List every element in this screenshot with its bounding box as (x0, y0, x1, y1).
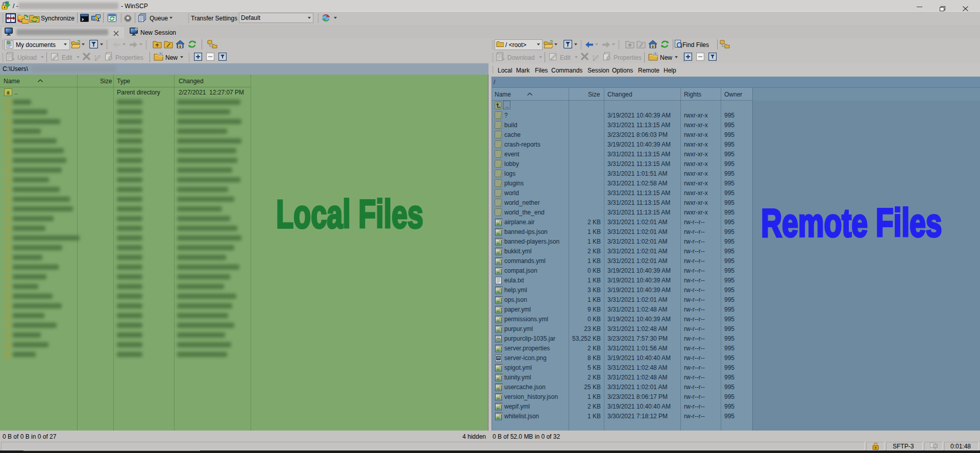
svg-text:x: x (593, 54, 595, 58)
svg-text:x: x (94, 54, 96, 58)
